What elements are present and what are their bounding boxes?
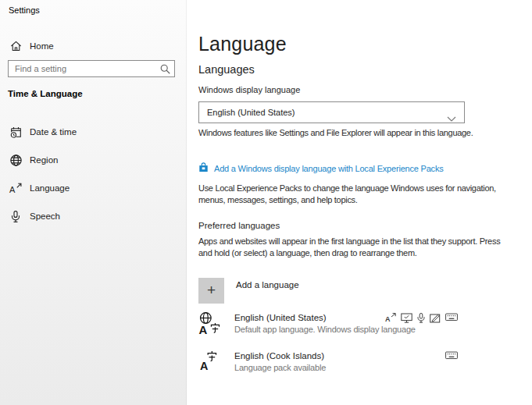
language-status: Default app language. Windows display la… xyxy=(234,325,416,334)
add-language-label: Add a language xyxy=(236,280,299,304)
display-language-label: Windows display language xyxy=(198,85,300,94)
dropdown-selected-value: English (United States) xyxy=(207,108,295,117)
keyboard-icon xyxy=(445,313,458,322)
svg-text:A: A xyxy=(198,323,207,336)
svg-text:A: A xyxy=(200,360,208,372)
globe-language-icon: A xyxy=(198,311,220,339)
sidebar-item-label: Language xyxy=(30,183,70,193)
plus-icon: + xyxy=(198,278,224,304)
sidebar-item-home[interactable]: Home xyxy=(0,34,187,58)
sidebar-item-speech[interactable]: Speech xyxy=(0,204,187,228)
language-row-english-united-states[interactable]: A English (United States) Default app la… xyxy=(198,311,520,339)
language-settings-page: Language Languages Windows display langu… xyxy=(187,0,532,405)
sidebar-item-label: Date & time xyxy=(30,127,77,137)
language-name: English (Cook Islands) xyxy=(234,351,324,361)
display-language-description: Windows features like Settings and File … xyxy=(198,127,503,139)
speech-icon xyxy=(417,313,425,323)
preferred-languages-description: Apps and websites will appear in the fir… xyxy=(198,236,503,259)
calendar-clock-icon xyxy=(9,126,22,138)
lxp-description: Use Local Experience Packs to change the… xyxy=(198,183,503,206)
language-row-english-cook-islands[interactable]: A English (Cook Islands) Language pack a… xyxy=(198,349,520,377)
globe-icon xyxy=(9,154,22,166)
language-icon: A xyxy=(9,182,22,194)
sidebar-item-label: Speech xyxy=(30,211,60,221)
sidebar-section-title: Time & Language xyxy=(8,89,83,98)
store-link[interactable]: Add a Windows display language with Loca… xyxy=(198,162,444,176)
handwriting-icon xyxy=(430,313,441,323)
text-language-icon: A xyxy=(200,350,218,375)
app-title: Settings xyxy=(9,5,40,15)
search-input[interactable] xyxy=(8,60,175,77)
sidebar-item-label: Region xyxy=(30,155,58,165)
svg-text:A: A xyxy=(9,185,16,194)
store-link-label: Add a Windows display language with Loca… xyxy=(214,164,444,173)
home-icon xyxy=(9,40,22,52)
chevron-down-icon xyxy=(447,111,456,125)
display-language-icon xyxy=(401,313,412,323)
language-feature-icons xyxy=(445,351,458,360)
language-features-icon: A xyxy=(385,313,396,322)
search-box xyxy=(8,60,175,77)
sidebar-item-region[interactable]: Region xyxy=(0,148,187,172)
sidebar-item-language[interactable]: A Language xyxy=(0,176,187,200)
page-title: Language xyxy=(198,33,287,55)
language-status: Language pack available xyxy=(234,363,326,372)
add-language-button[interactable]: + Add a language xyxy=(198,278,299,304)
language-name: English (United States) xyxy=(234,313,327,322)
search-icon xyxy=(160,63,170,77)
display-language-dropdown[interactable]: English (United States) xyxy=(198,101,465,123)
preferred-languages-heading: Preferred languages xyxy=(198,221,280,230)
microphone-icon xyxy=(9,210,22,222)
sidebar-item-label: Home xyxy=(30,41,54,51)
languages-heading: Languages xyxy=(198,63,255,76)
svg-text:A: A xyxy=(385,315,391,323)
settings-window: Settings Home Time & Language xyxy=(0,0,532,405)
keyboard-icon xyxy=(445,351,458,360)
language-feature-icons: A xyxy=(385,313,458,323)
store-bag-icon xyxy=(198,162,209,176)
sidebar: Settings Home Time & Language xyxy=(0,0,187,405)
sidebar-item-date-time[interactable]: Date & time xyxy=(0,120,187,144)
